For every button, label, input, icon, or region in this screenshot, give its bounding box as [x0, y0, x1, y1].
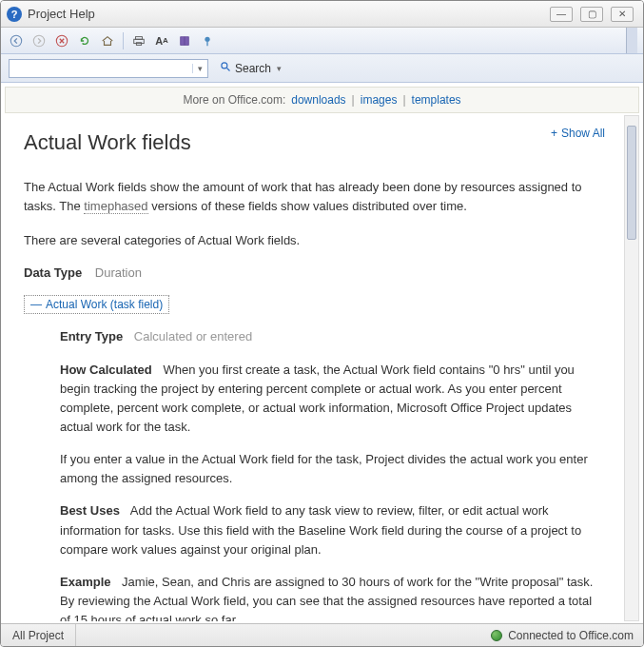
images-link[interactable]: images: [361, 93, 398, 107]
minimize-button[interactable]: —: [550, 7, 573, 22]
how-calculated-paragraph: How Calculated When you first create a t…: [60, 361, 605, 438]
templates-link[interactable]: templates: [412, 93, 461, 107]
entry-type-value: Calculated or entered: [134, 329, 252, 343]
svg-point-0: [10, 35, 21, 46]
window-title: Project Help: [28, 7, 550, 21]
downloads-link[interactable]: downloads: [291, 93, 345, 107]
example-label: Example: [60, 575, 110, 589]
best-uses-text: Add the Actual Work field to any task vi…: [60, 503, 581, 556]
entry-type-row: Entry Type Calculated or entered: [60, 327, 605, 346]
help-app-icon: ?: [7, 7, 22, 22]
pin-button[interactable]: [198, 31, 217, 50]
example-paragraph: Example Jamie, Sean, and Chris are assig…: [60, 573, 605, 621]
best-uses-label: Best Uses: [60, 503, 120, 518]
link-separator: |: [352, 93, 355, 107]
statusbar: All Project Connected to Office.com: [1, 623, 643, 646]
forward-button[interactable]: [29, 31, 49, 50]
more-on-office-row: More on Office.com: downloads | images |…: [5, 87, 639, 113]
status-scope-label: All Project: [12, 629, 64, 642]
intro-paragraph-2: There are several categories of Actual W…: [24, 231, 605, 250]
link-separator: |: [402, 93, 405, 107]
print-button[interactable]: [129, 31, 148, 50]
entry-type-label: Entry Type: [60, 329, 123, 343]
svg-point-7: [222, 63, 227, 69]
window-controls: — ▢ ✕: [550, 7, 634, 22]
search-field[interactable]: ▾: [9, 59, 208, 78]
toolbar-overflow[interactable]: [626, 28, 637, 53]
stop-button[interactable]: [52, 31, 71, 50]
plus-icon: +: [551, 127, 557, 140]
search-input[interactable]: [10, 62, 192, 75]
actual-work-task-field-expander[interactable]: —Actual Work (task field): [24, 295, 169, 314]
search-scope-dropdown[interactable]: ▾: [192, 64, 207, 73]
status-connection[interactable]: Connected to Office.com: [481, 629, 643, 642]
content-area: +Show All Actual Work fields The Actual …: [7, 115, 622, 621]
scrollbar-thumb[interactable]: [627, 126, 636, 240]
font-size-button[interactable]: AA: [152, 31, 171, 50]
svg-point-1: [33, 35, 44, 46]
home-button[interactable]: [98, 31, 117, 50]
article-title: Actual Work fields: [24, 130, 605, 155]
maximize-button[interactable]: ▢: [580, 7, 603, 22]
search-button[interactable]: Search ▾: [214, 59, 287, 78]
data-type-value: Duration: [95, 265, 142, 280]
toolbar: AA: [1, 28, 643, 54]
more-on-prefix: More on Office.com:: [183, 93, 285, 107]
data-type-row: Data Type Duration: [24, 265, 605, 280]
intro-paragraph: The Actual Work fields show the amount o…: [24, 178, 605, 216]
back-button[interactable]: [7, 31, 26, 50]
search-button-label: Search: [235, 62, 271, 75]
task-field-details: Entry Type Calculated or entered How Cal…: [60, 327, 605, 621]
globe-icon: [491, 630, 502, 641]
toc-toggle-button[interactable]: [175, 31, 194, 50]
titlebar: ? Project Help — ▢ ✕: [1, 1, 643, 28]
glossary-term-timephased[interactable]: timephased: [84, 199, 147, 214]
show-all-label: Show All: [561, 127, 605, 140]
best-uses-paragraph: Best Uses Add the Actual Work field to a…: [60, 501, 605, 559]
svg-point-6: [205, 36, 209, 41]
example-text: Jamie, Sean, and Chris are assigned to 3…: [60, 575, 593, 621]
toolbar-separator: [123, 32, 124, 49]
expander-label: Actual Work (task field): [46, 298, 163, 311]
intro-text-2: versions of these fields show values dis…: [148, 199, 467, 213]
chevron-down-icon: ▾: [277, 64, 282, 73]
divide-paragraph: If you enter a value in the Actual Work …: [60, 450, 605, 488]
close-button[interactable]: ✕: [611, 7, 634, 22]
minus-icon: —: [30, 298, 42, 311]
show-all-toggle[interactable]: +Show All: [551, 127, 605, 140]
refresh-button[interactable]: [75, 31, 94, 50]
search-icon: [220, 61, 231, 75]
status-scope[interactable]: All Project: [1, 624, 76, 646]
data-type-label: Data Type: [24, 265, 82, 280]
how-calculated-label: How Calculated: [60, 363, 152, 377]
search-row: ▾ Search ▾: [1, 54, 643, 83]
content-scrollbar[interactable]: [624, 115, 639, 621]
status-connection-label: Connected to Office.com: [508, 629, 634, 642]
